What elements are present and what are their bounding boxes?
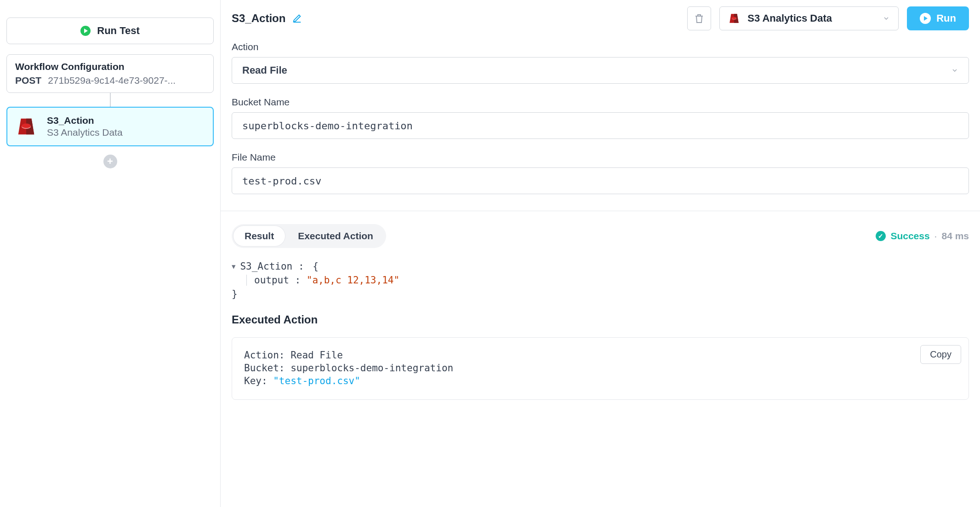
file-input[interactable]: test-prod.csv bbox=[232, 167, 969, 194]
page-title-wrap: S3_Action bbox=[232, 12, 302, 25]
page-title: S3_Action bbox=[232, 12, 285, 25]
exec-line-action: Action: Read File bbox=[244, 350, 957, 361]
form-area: Action Read File Bucket Name superblocks… bbox=[221, 30, 980, 211]
header: S3_Action bbox=[221, 0, 980, 30]
workflow-config-card[interactable]: Workflow Configuration POST 271b529a-9c1… bbox=[6, 54, 214, 93]
step-sub: S3 Analytics Data bbox=[47, 127, 123, 138]
file-label: File Name bbox=[232, 152, 969, 163]
json-output-value: "a,b,c 12,13,14" bbox=[307, 275, 399, 286]
edit-title-icon[interactable] bbox=[292, 13, 302, 23]
status-line: Success · 84 ms bbox=[876, 230, 969, 242]
action-value: Read File bbox=[242, 64, 287, 76]
exec-line-bucket: Bucket: superblocks-demo-integration bbox=[244, 363, 957, 374]
action-label: Action bbox=[232, 41, 969, 52]
file-value: test-prod.csv bbox=[242, 175, 321, 187]
svg-point-3 bbox=[732, 17, 736, 19]
executed-action-title: Executed Action bbox=[232, 313, 969, 326]
svg-point-1 bbox=[22, 124, 31, 128]
json-result: ▼ S3_Action : { output : "a,b,c 12,13,14… bbox=[232, 261, 969, 300]
run-test-button[interactable]: Run Test bbox=[6, 17, 214, 44]
status-text: Success bbox=[890, 230, 929, 242]
chevron-down-icon bbox=[951, 67, 958, 74]
exec-key-prefix: Key: bbox=[244, 375, 273, 386]
datasource-select[interactable]: S3 Analytics Data bbox=[719, 6, 899, 30]
run-label: Run bbox=[936, 12, 956, 24]
s3-icon bbox=[728, 12, 740, 24]
datasource-label: S3 Analytics Data bbox=[747, 12, 875, 24]
chevron-down-icon bbox=[883, 15, 890, 22]
delete-button[interactable] bbox=[687, 6, 711, 30]
step-text: S3_Action S3 Analytics Data bbox=[47, 115, 123, 138]
step-card-s3-action[interactable]: S3_Action S3 Analytics Data bbox=[6, 107, 214, 146]
sidebar: Run Test Workflow Configuration POST 271… bbox=[0, 0, 221, 507]
field-action: Action Read File bbox=[232, 41, 969, 84]
endpoint-id: 271b529a-9c14-4e73-9027-... bbox=[48, 75, 176, 86]
executed-action-card: Copy Action: Read File Bucket: superbloc… bbox=[232, 337, 969, 400]
success-icon bbox=[876, 231, 886, 241]
dot-separator: · bbox=[934, 230, 937, 242]
results-header: Result Executed Action Success · 84 ms bbox=[232, 224, 969, 248]
latency-text: 84 ms bbox=[941, 230, 969, 242]
workflow-config-title: Workflow Configuration bbox=[15, 61, 205, 72]
field-bucket: Bucket Name superblocks-demo-integration bbox=[232, 97, 969, 139]
run-test-label: Run Test bbox=[97, 25, 139, 37]
add-step-button[interactable]: + bbox=[103, 155, 117, 168]
exec-line-key: Key: "test-prod.csv" bbox=[244, 375, 957, 386]
action-select[interactable]: Read File bbox=[232, 57, 969, 84]
step-name: S3_Action bbox=[47, 115, 123, 126]
exec-key-value: "test-prod.csv" bbox=[273, 375, 360, 386]
main-panel: S3_Action bbox=[221, 0, 980, 507]
json-toggle-icon[interactable]: ▼ bbox=[232, 263, 235, 270]
play-icon bbox=[80, 26, 91, 36]
s3-icon bbox=[16, 116, 37, 137]
exec-bucket-value: superblocks-demo-integration bbox=[291, 363, 453, 374]
field-file: File Name test-prod.csv bbox=[232, 152, 969, 194]
run-button[interactable]: Run bbox=[907, 6, 969, 30]
exec-bucket-prefix: Bucket: bbox=[244, 363, 291, 374]
results-panel: Result Executed Action Success · 84 ms ▼… bbox=[221, 211, 980, 413]
play-icon bbox=[920, 13, 931, 24]
json-output-key: output bbox=[254, 275, 289, 286]
json-root-key: S3_Action bbox=[240, 261, 292, 272]
tab-result[interactable]: Result bbox=[234, 226, 285, 246]
bucket-input[interactable]: superblocks-demo-integration bbox=[232, 112, 969, 139]
bucket-value: superblocks-demo-integration bbox=[242, 120, 413, 132]
trash-icon bbox=[694, 13, 705, 24]
bucket-label: Bucket Name bbox=[232, 97, 969, 108]
exec-action-prefix: Action: bbox=[244, 350, 291, 361]
copy-button[interactable]: Copy bbox=[920, 345, 961, 364]
workflow-config-sub: POST 271b529a-9c14-4e73-9027-... bbox=[15, 75, 205, 86]
exec-action-value: Read File bbox=[291, 350, 343, 361]
connector-line bbox=[110, 93, 111, 107]
http-method: POST bbox=[15, 75, 41, 86]
result-tabs: Result Executed Action bbox=[232, 224, 386, 248]
tab-executed-action[interactable]: Executed Action bbox=[287, 226, 384, 246]
